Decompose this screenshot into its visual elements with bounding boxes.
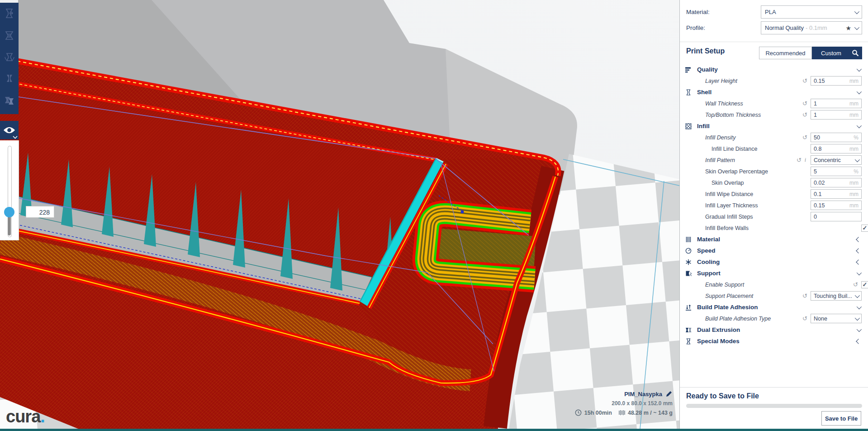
chevron-left-icon [856, 248, 861, 253]
infill-before-walls-checkbox[interactable]: ✓ [861, 225, 868, 232]
tab-custom[interactable]: Custom [812, 47, 862, 59]
skin-overlap-percentage-field[interactable]: 5 % [811, 167, 862, 176]
rotate-icon [3, 51, 16, 63]
viewport-3d[interactable] [0, 0, 679, 431]
chevron-down-icon [857, 304, 862, 309]
chevron-down-icon [854, 24, 859, 29]
chevron-down-icon [857, 326, 862, 331]
profile-label: Profile: [686, 24, 705, 31]
divider [680, 387, 868, 388]
chevron-down-icon [854, 9, 859, 14]
star-icon[interactable]: ★ [845, 24, 851, 32]
dual-extrusion-icon [685, 327, 693, 333]
shell-icon [685, 89, 693, 96]
view-mode-chevron-icon [13, 134, 17, 139]
move-tool-button[interactable] [0, 3, 19, 24]
print-time-icon [575, 409, 582, 416]
cura-logo: cura. [6, 407, 45, 426]
build-plate-adhesion-icon [685, 304, 693, 311]
chevron-left-icon [856, 259, 861, 264]
setting-row-skin-overlap-percentage: Skin Overlap Percentage 5 % [680, 166, 868, 177]
revert-icon[interactable]: ↻ [802, 292, 808, 299]
per-model-settings-icon [3, 94, 16, 107]
current-layer-field[interactable]: 228 [26, 206, 54, 218]
category-speed[interactable]: Speed [680, 245, 868, 256]
build-plate-adhesion-type-dropdown[interactable]: None [811, 314, 862, 323]
material-icon [685, 236, 693, 243]
revert-icon[interactable]: ↻ [802, 100, 808, 107]
setting-row-skin-overlap: Skin Overlap 0.02 mm [680, 177, 868, 188]
category-build-plate-adhesion[interactable]: Build Plate Adhesion [680, 302, 868, 313]
cooling-icon [685, 259, 693, 265]
slicing-progress-bar [686, 404, 862, 408]
divider [680, 42, 868, 42]
material-dropdown[interactable]: PLA [761, 5, 862, 19]
revert-icon[interactable]: ↻ [802, 315, 808, 322]
special-modes-icon [685, 338, 693, 345]
category-infill[interactable]: Infill [680, 120, 868, 132]
category-special-modes[interactable]: Special Modes [680, 335, 868, 347]
scale-icon [3, 29, 16, 42]
wall-thickness-field[interactable]: 1 mm [811, 99, 862, 108]
setting-row-infill-layer-thickness: Infill Layer Thickness 0.15 mm [680, 200, 868, 211]
eye-icon [3, 126, 15, 134]
setting-row-top-bottom-thickness: Top/Bottom Thickness↻ 1 mm [680, 109, 868, 120]
setting-row-infill-line-distance: Infill Line Distance 0.8 mm [680, 143, 868, 154]
save-to-file-button[interactable]: Save to File [821, 411, 861, 426]
infill-layer-thickness-field[interactable]: 0.15 mm [811, 201, 862, 210]
print-setup-title: Print Setup [686, 47, 725, 55]
tool-panel [0, 3, 19, 114]
support-icon [685, 270, 693, 277]
revert-icon[interactable]: ↻ [802, 77, 808, 84]
setting-row-gradual-infill-steps: Gradual Infill Steps 0 [680, 211, 868, 222]
layer-height-field[interactable]: 0.15 mm [811, 76, 862, 86]
concentric-infill-region [426, 214, 536, 279]
chevron-down-icon [857, 89, 862, 94]
revert-icon[interactable]: ↻ [802, 134, 808, 141]
job-filament-usage: 48.28 m / ~ 143 g [628, 410, 673, 416]
support-placement-dropdown[interactable]: Touching Buil... [811, 291, 862, 301]
setting-row-support-placement: Support Placement↻ Touching Buil... [680, 290, 868, 302]
scale-tool-button[interactable] [0, 24, 19, 46]
category-cooling[interactable]: Cooling [680, 256, 868, 268]
tab-recommended[interactable]: Recommended [759, 47, 812, 59]
category-dual-extrusion[interactable]: Dual Extrusion [680, 324, 868, 335]
edit-job-name-icon[interactable] [665, 390, 673, 397]
revert-icon[interactable]: ↻ [802, 111, 808, 118]
infill-line-distance-field[interactable]: 0.8 mm [811, 144, 862, 153]
layer-slider-handle[interactable] [4, 207, 14, 217]
quality-icon [685, 67, 693, 73]
category-material[interactable]: Material [680, 234, 868, 245]
bottom-status-bar [0, 429, 868, 431]
setting-row-layer-height: Layer Height↻ 0.15 mm [680, 75, 868, 86]
move-icon [3, 7, 16, 20]
enable-support-checkbox[interactable]: ✓ [861, 281, 868, 288]
top-bottom-thickness-field[interactable]: 1 mm [811, 110, 862, 120]
category-support[interactable]: Support [680, 268, 868, 279]
info-icon[interactable]: i [802, 157, 808, 163]
profile-dropdown[interactable]: Normal Quality - 0.1mm ★ [761, 21, 862, 34]
category-shell[interactable]: Shell [680, 86, 868, 98]
skin-overlap-field[interactable]: 0.02 mm [811, 178, 862, 187]
search-icon[interactable] [852, 49, 859, 57]
rotate-tool-button[interactable] [0, 46, 19, 68]
per-model-settings-tool-button[interactable] [0, 90, 19, 111]
revert-icon[interactable]: ↻ [796, 157, 802, 163]
setting-row-build-plate-adhesion-type: Build Plate Adhesion Type↻ None [680, 313, 868, 324]
chevron-left-icon [856, 237, 861, 242]
job-dimensions: 200.0 x 80.0 x 152.0 mm [575, 400, 673, 407]
setting-row-infill-density: Infill Density↻ 50 % [680, 132, 868, 143]
chevron-left-icon [856, 339, 861, 344]
revert-icon[interactable]: ↻ [852, 281, 859, 288]
setting-row-enable-support: Enable Support↻✓ [680, 279, 868, 290]
slicing-status: Ready to Save to File [686, 392, 759, 400]
job-print-time: 15h 00min [584, 410, 612, 416]
gradual-infill-steps-field[interactable]: 0 [811, 212, 862, 221]
category-quality[interactable]: Quality [680, 64, 868, 75]
infill-wipe-distance-field[interactable]: 0.1 mm [811, 189, 862, 199]
infill-pattern-dropdown[interactable]: Concentric [811, 155, 862, 165]
layer-view-button[interactable] [0, 121, 19, 139]
chevron-down-icon [855, 292, 860, 297]
mirror-tool-button[interactable] [0, 68, 19, 90]
infill-density-field[interactable]: 50 % [811, 133, 862, 142]
